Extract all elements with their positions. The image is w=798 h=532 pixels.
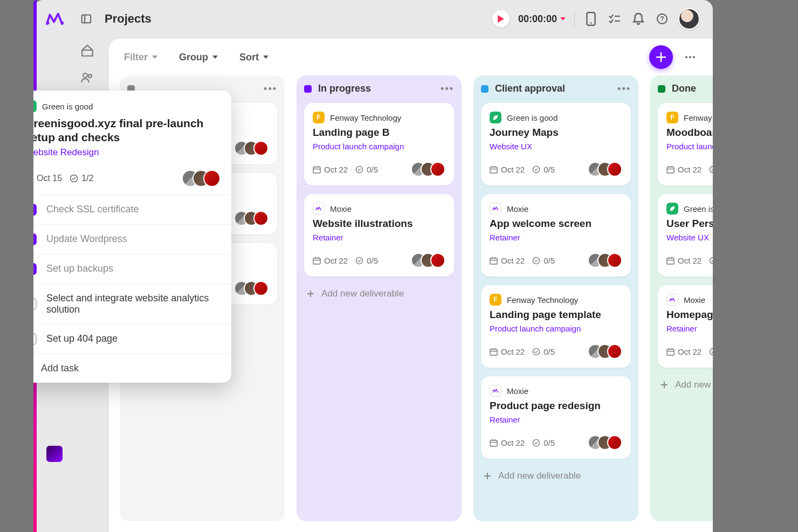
user-avatar[interactable]	[678, 8, 700, 30]
more-icon[interactable]	[683, 50, 698, 65]
svg-point-1	[60, 22, 64, 25]
card-title: User Persona	[666, 218, 713, 230]
column-header: Client approval•••	[481, 83, 631, 94]
group-button[interactable]: Group	[179, 52, 218, 63]
chevron-down-icon	[152, 56, 157, 59]
deliverable-card[interactable]: MoxieProduct page redesignRetainerOct 22…	[481, 376, 631, 459]
avatar	[607, 162, 622, 177]
svg-rect-69	[667, 167, 674, 172]
task-row[interactable]: Set up 404 page	[33, 324, 231, 354]
due-date: Oct 22	[666, 256, 701, 265]
app-logo[interactable]	[40, 9, 70, 29]
svg-point-73	[710, 166, 713, 172]
task-label: Set up backups	[46, 263, 113, 274]
avatar	[607, 344, 622, 359]
svg-rect-2	[82, 15, 91, 23]
svg-point-16	[689, 56, 691, 58]
checkbox[interactable]	[33, 298, 37, 310]
checkbox[interactable]	[33, 333, 37, 345]
progress[interactable]: 1/2	[70, 174, 93, 183]
card-title: Product page redesign	[490, 400, 622, 412]
task-row[interactable]: Update Wordpress	[33, 224, 231, 254]
due-date[interactable]: Oct 15	[33, 174, 62, 183]
column-menu-icon[interactable]: •••	[441, 83, 454, 94]
avatar	[203, 170, 221, 187]
deliverable-card[interactable]: FFenway TechnologyMoodboardsProduct laun…	[658, 103, 713, 185]
svg-rect-74	[667, 258, 674, 264]
card-footer: Oct 220/5	[490, 162, 622, 177]
card-footer: Oct 220/5	[666, 162, 713, 177]
card-project: Retainer	[313, 233, 445, 242]
assignee-avatars	[593, 162, 622, 177]
deliverable-card[interactable]: MoxieHomepage updatesRetainerOct 220/5	[658, 285, 713, 368]
popover-title: Greenisgood.xyz final pre-launch setup a…	[33, 116, 221, 145]
card-client: FFenway Technology	[313, 112, 445, 123]
card-title: Website illustrations	[313, 218, 445, 230]
add-button[interactable]	[649, 45, 673, 69]
due-date: Oct 22	[666, 347, 701, 356]
card-project: Website UX	[666, 233, 713, 242]
deliverable-card[interactable]: MoxieWebsite illustrationsRetainerOct 22…	[304, 194, 454, 277]
deliverable-card[interactable]: FFenway TechnologyLanding page BProduct …	[304, 103, 454, 185]
bell-icon[interactable]	[631, 11, 646, 26]
deliverable-card[interactable]: Green is goodUser PersonaWebsite UXOct 2…	[658, 194, 713, 277]
task-popover: Green is good Greenisgood.xyz final pre-…	[33, 91, 231, 383]
task-label: Check SSL certificate	[46, 204, 139, 215]
filter-button[interactable]: Filter	[124, 52, 157, 63]
task-label: Update Wordpress	[46, 233, 127, 245]
add-deliverable-button[interactable]: Add new deliverable	[658, 376, 713, 393]
task-row[interactable]: Check SSL certificate	[33, 195, 231, 224]
phone-icon[interactable]	[583, 11, 598, 26]
home-icon[interactable]	[80, 43, 95, 58]
people-icon[interactable]	[80, 70, 95, 85]
timer-play-button[interactable]	[492, 10, 510, 27]
deliverable-card[interactable]: Green is goodJourney MapsWebsite UXOct 2…	[481, 103, 631, 185]
app-switcher-tile[interactable]	[46, 446, 63, 462]
progress: 0/5	[709, 347, 713, 356]
card-client: Moxie	[490, 385, 622, 397]
panel-toggle-icon[interactable]	[79, 11, 94, 26]
assignee-avatars	[593, 344, 622, 359]
plus-icon	[33, 363, 35, 373]
popover-project[interactable]: Website Redesign	[33, 147, 221, 158]
deliverable-card[interactable]: MoxieApp welcome screenRetainerOct 220/5	[481, 194, 631, 277]
card-title: Moodboards	[666, 127, 713, 139]
checkbox[interactable]	[33, 204, 37, 216]
column-menu-icon[interactable]: •••	[264, 83, 277, 94]
sort-button[interactable]: Sort	[239, 52, 269, 63]
client-badge: F	[313, 112, 325, 123]
timer-display[interactable]: 00:00:00	[518, 13, 566, 25]
due-date: Oct 22	[666, 165, 701, 174]
assignee-avatars	[239, 281, 269, 296]
assignee-avatars	[416, 162, 445, 177]
svg-rect-79	[667, 349, 674, 355]
checklist-icon[interactable]	[607, 11, 622, 26]
leaf-icon	[490, 112, 501, 123]
card-footer: Oct 220/5	[313, 162, 445, 177]
progress: 0/5	[709, 165, 713, 174]
card-footer: Oct 220/5	[490, 344, 622, 359]
assignee-avatars	[239, 141, 269, 156]
add-deliverable-button[interactable]: Add new deliverable	[304, 285, 454, 302]
popover-client[interactable]: Green is good	[33, 100, 221, 112]
avatar	[430, 253, 445, 268]
card-title: Homepage updates	[666, 309, 713, 321]
column-header: In progress•••	[304, 83, 454, 94]
task-row[interactable]: Set up backups	[33, 254, 231, 284]
add-deliverable-button[interactable]: Add new deliverable	[481, 467, 631, 485]
card-project: Product launch campaign	[313, 142, 445, 151]
assignee-avatars[interactable]	[188, 170, 221, 187]
deliverable-card[interactable]: FFenway TechnologyLanding page templateP…	[481, 285, 631, 368]
due-date: Oct 22	[490, 438, 525, 447]
help-icon[interactable]: ?	[655, 11, 670, 26]
card-client: Moxie	[490, 203, 622, 215]
checkbox[interactable]	[33, 233, 37, 245]
svg-rect-35	[313, 167, 320, 172]
progress: 0/5	[532, 165, 555, 174]
card-footer: Oct 220/5	[666, 344, 713, 359]
column-menu-icon[interactable]: •••	[617, 83, 631, 94]
checkbox[interactable]	[33, 263, 37, 275]
column-done: Done•••FFenway TechnologyMoodboardsProdu…	[650, 75, 713, 521]
task-row[interactable]: Select and integrate website analytics s…	[33, 284, 231, 324]
add-task-button[interactable]: Add task	[33, 354, 231, 383]
